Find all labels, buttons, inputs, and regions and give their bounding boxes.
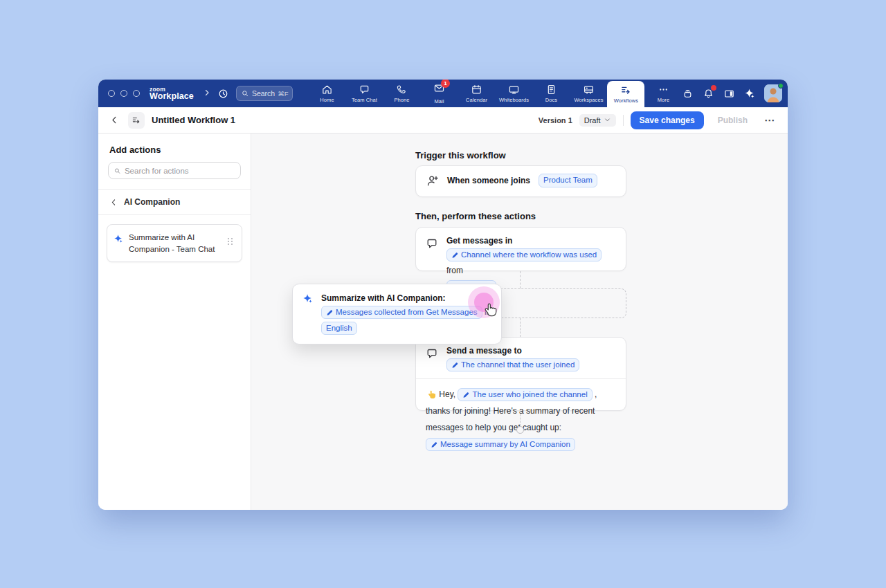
actions-search-field[interactable] — [108, 162, 241, 179]
summary-variable-pill[interactable]: Message summary by AI Companion — [426, 438, 575, 451]
navbar-right-cluster — [682, 84, 788, 102]
actions-sidebar: Add actions AI Companion Summarize with … — [98, 134, 251, 510]
trigger-title: When someone joins — [447, 176, 530, 185]
connected-device-icon[interactable] — [682, 88, 694, 100]
tab-calendar[interactable]: Calendar — [458, 80, 495, 107]
actions-search-input[interactable] — [125, 167, 235, 175]
tab-label: Whiteboards — [499, 97, 529, 103]
get-messages-card[interactable]: Get messages in Channel where the workfl… — [415, 227, 626, 271]
panel-layout-icon[interactable] — [723, 88, 735, 100]
pencil-icon — [462, 392, 469, 398]
page-title[interactable]: Untitled Workflow 1 — [152, 115, 235, 125]
workflow-icon-chip — [128, 112, 145, 129]
header-actions: Version 1 Draft Save changes Publish ⋯ — [539, 111, 778, 129]
tab-home[interactable]: Home — [308, 80, 345, 107]
get-messages-title: Get messages in — [446, 235, 616, 247]
window-controls — [108, 90, 140, 97]
app-window: zoom Workplace Search ⌘F Home Team Chat … — [98, 80, 788, 510]
notification-dot — [711, 85, 716, 91]
status-dropdown[interactable]: Draft — [579, 114, 616, 127]
status-badge: Draft — [584, 116, 601, 125]
back-button[interactable] — [108, 113, 121, 127]
tab-label: Workspaces — [574, 97, 603, 103]
workflow-canvas[interactable]: Trigger this workflow When someone joins… — [251, 134, 788, 510]
channel-variable-pill[interactable]: Channel where the workflow was used — [446, 248, 602, 261]
trigger-heading: Trigger this workflow — [415, 150, 506, 160]
pencil-icon — [431, 441, 437, 448]
send-message-card[interactable]: Send a message to The channel that the u… — [415, 337, 626, 411]
drag-handle-icon[interactable] — [225, 236, 235, 247]
ai-companion-sparkle-icon[interactable] — [744, 88, 755, 99]
action-card-summarize[interactable]: Summarize with AI Companion - Team Chat — [107, 224, 242, 262]
dragged-summarize-card[interactable]: Summarize with AI Companion: Messages co… — [292, 284, 502, 344]
global-search-input[interactable]: Search ⌘F — [236, 86, 293, 101]
tab-label: Mail — [434, 98, 444, 104]
close-window-button[interactable] — [108, 90, 115, 97]
action-card-label: Summarize with AI Companion - Team Chat — [129, 232, 219, 255]
pencil-icon — [451, 252, 458, 259]
trigger-card[interactable]: When someone joins Product Team — [415, 165, 626, 197]
pencil-icon — [326, 309, 333, 316]
user-avatar[interactable] — [764, 84, 782, 102]
history-icon[interactable] — [217, 88, 229, 100]
trigger-team-pill[interactable]: Product Team — [539, 174, 597, 187]
category-label: AI Companion — [124, 197, 180, 207]
ai-sparkle-icon — [114, 234, 123, 244]
conjunction-text: in — [485, 307, 491, 317]
chevron-left-icon — [109, 115, 120, 125]
zoom-workplace-logo: zoom Workplace — [150, 86, 194, 101]
summarize-title: Summarize with AI Companion: — [321, 292, 491, 304]
tab-whiteboards[interactable]: Whiteboards — [495, 80, 532, 107]
workflow-end-node — [516, 426, 524, 434]
phone-icon — [396, 84, 408, 95]
team-chat-icon — [359, 84, 370, 95]
nav-tabs: Home Team Chat Phone 1 Mail Calendar — [308, 80, 682, 107]
home-icon — [321, 84, 333, 95]
messages-variable-pill[interactable]: Messages collected from Get Messages — [321, 306, 482, 319]
ai-sparkle-icon — [302, 293, 313, 304]
conjunction-text: from — [446, 266, 463, 275]
sidebar-title: Add actions — [109, 145, 239, 155]
chevron-right-icon[interactable] — [202, 88, 212, 99]
user-variable-pill[interactable]: The user who joined the channel — [458, 388, 592, 401]
chevron-left-icon — [109, 198, 118, 207]
tab-label: Phone — [394, 97, 409, 103]
tab-workspaces[interactable]: Workspaces — [570, 80, 607, 107]
tab-workflows[interactable]: Workflows — [607, 81, 644, 107]
tab-label: Workflows — [614, 98, 638, 104]
maximize-window-button[interactable] — [133, 90, 140, 97]
more-options-button[interactable]: ⋯ — [761, 114, 778, 127]
top-navbar: zoom Workplace Search ⌘F Home Team Chat … — [98, 80, 788, 107]
search-icon — [241, 89, 249, 98]
person-add-icon — [426, 174, 439, 187]
more-icon — [658, 84, 669, 95]
language-pill[interactable]: English — [321, 322, 357, 335]
pencil-icon — [451, 362, 458, 369]
actions-heading: Then, perform these actions — [415, 211, 536, 221]
tab-mail[interactable]: 1 Mail — [420, 80, 458, 107]
publish-button[interactable]: Publish — [711, 111, 754, 129]
target-channel-pill[interactable]: The channel that the user joined — [446, 358, 579, 371]
status-dot — [778, 83, 784, 89]
chevron-down-icon — [604, 116, 611, 124]
tab-more[interactable]: More — [644, 80, 682, 107]
docs-icon — [545, 84, 557, 95]
workarea: Add actions AI Companion Summarize with … — [98, 134, 788, 510]
mail-unread-badge: 1 — [441, 80, 450, 88]
minimize-window-button[interactable] — [120, 90, 127, 97]
message-body[interactable]: Hey, The user who joined the channel , t… — [416, 379, 626, 461]
whiteboards-icon — [508, 84, 520, 95]
save-changes-button[interactable]: Save changes — [631, 111, 704, 129]
tab-team-chat[interactable]: Team Chat — [345, 80, 383, 107]
notifications-bell-icon[interactable] — [703, 88, 714, 100]
tab-docs[interactable]: Docs — [532, 80, 570, 107]
tab-phone[interactable]: Phone — [383, 80, 420, 107]
wave-emoji — [426, 389, 435, 398]
search-label: Search — [252, 89, 275, 98]
version-label: Version 1 — [539, 116, 572, 125]
category-back-row[interactable]: AI Companion — [98, 190, 251, 214]
tab-label: Calendar — [466, 97, 487, 103]
search-icon — [114, 167, 121, 175]
search-shortcut: ⌘F — [278, 90, 288, 98]
tab-label: Team Chat — [352, 97, 377, 103]
